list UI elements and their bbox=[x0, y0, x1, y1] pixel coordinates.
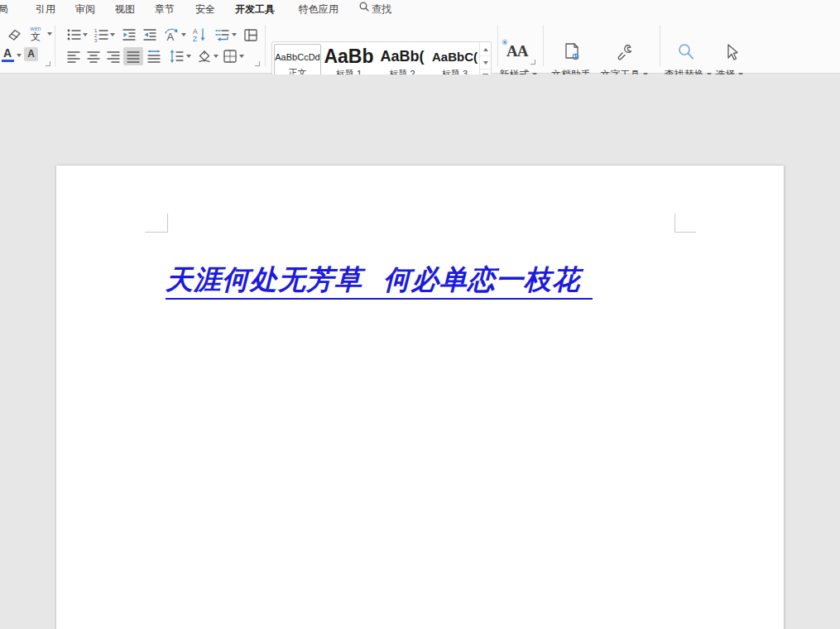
margin-mark-right-v bbox=[674, 214, 675, 232]
font-color-bar bbox=[2, 60, 14, 62]
bullet-list-icon[interactable] bbox=[65, 26, 82, 43]
distribute-icon[interactable] bbox=[146, 48, 162, 65]
gallery-scroll-down-icon[interactable] bbox=[480, 56, 491, 70]
group-separator bbox=[265, 25, 266, 66]
group-separator bbox=[543, 25, 544, 66]
resize-text-icon[interactable]: A bbox=[163, 26, 180, 43]
search-icon bbox=[358, 0, 370, 18]
align-center-icon[interactable] bbox=[85, 48, 102, 65]
menu-tab-layout[interactable]: 布局 bbox=[0, 0, 8, 18]
menu-tab-view[interactable]: 视图 bbox=[115, 0, 135, 18]
increase-indent-icon[interactable] bbox=[142, 26, 158, 43]
font-color-icon[interactable]: A bbox=[1, 47, 14, 59]
numbered-list-icon[interactable]: 123 bbox=[93, 26, 109, 43]
menu-find[interactable]: 查找 bbox=[358, 0, 391, 18]
text-tool-wrench-icon[interactable] bbox=[616, 42, 636, 67]
gallery-scroll-up-icon[interactable] bbox=[480, 43, 491, 56]
align-right-icon[interactable] bbox=[105, 48, 122, 65]
margin-mark-right-h bbox=[674, 232, 696, 233]
style-group-dialog-launcher[interactable] bbox=[530, 60, 535, 65]
new-style-icon[interactable]: AA ✳ bbox=[506, 42, 527, 60]
borders-icon[interactable] bbox=[222, 48, 238, 65]
svg-text:A: A bbox=[167, 31, 175, 43]
document-area: 天涯何处无芳草 何必单恋一枝花 bbox=[0, 74, 840, 629]
paragraph-marks-caret[interactable] bbox=[232, 33, 237, 36]
group-separator bbox=[497, 25, 498, 66]
columns-icon[interactable] bbox=[242, 26, 259, 43]
numbered-list-caret[interactable] bbox=[110, 33, 115, 36]
svg-text:3: 3 bbox=[94, 38, 98, 43]
menu-tab-section[interactable]: 章节 bbox=[155, 0, 175, 18]
shading-caret[interactable] bbox=[214, 55, 218, 58]
character-shading-icon[interactable]: A bbox=[24, 47, 38, 61]
resize-text-caret[interactable] bbox=[181, 33, 186, 36]
shading-bucket-icon[interactable] bbox=[196, 48, 213, 65]
group-separator bbox=[660, 25, 660, 66]
align-left-icon[interactable] bbox=[65, 48, 82, 65]
paragraph-marks-icon[interactable] bbox=[214, 26, 230, 43]
pinyin-guide-icon[interactable]: wén 文 bbox=[26, 26, 45, 41]
group-separator bbox=[55, 25, 55, 66]
margin-mark-left-h bbox=[145, 232, 168, 233]
line-spacing-icon[interactable] bbox=[168, 48, 185, 65]
document-page[interactable]: 天涯何处无芳草 何必单恋一枝花 bbox=[56, 166, 784, 629]
justify-icon[interactable] bbox=[123, 47, 143, 65]
sparkle-icon: ✳ bbox=[501, 37, 508, 48]
pinyin-dropdown-caret[interactable] bbox=[47, 32, 52, 36]
menu-find-label: 查找 bbox=[372, 0, 391, 18]
sort-icon[interactable]: AZ bbox=[191, 26, 208, 43]
clear-format-eraser-icon[interactable] bbox=[6, 26, 22, 43]
bullet-list-caret[interactable] bbox=[83, 33, 88, 36]
menu-tab-security[interactable]: 安全 bbox=[195, 0, 215, 18]
borders-caret[interactable] bbox=[239, 55, 244, 58]
margin-mark-left-v bbox=[167, 214, 168, 232]
font-color-dropdown-caret[interactable] bbox=[17, 54, 22, 57]
doc-assistant-icon[interactable] bbox=[562, 42, 582, 67]
menu-tab-special-apps[interactable]: 特色应用 bbox=[299, 0, 338, 18]
menu-bar: 布局 引用 审阅 视图 章节 安全 开发工具 特色应用 查找 bbox=[0, 0, 840, 18]
decrease-indent-icon[interactable] bbox=[121, 26, 137, 43]
svg-text:Z: Z bbox=[193, 35, 197, 43]
font-group-dialog-launcher[interactable] bbox=[46, 61, 50, 66]
menu-tab-references[interactable]: 引用 bbox=[36, 0, 55, 18]
find-replace-icon[interactable] bbox=[676, 42, 696, 67]
paragraph-group-dialog-launcher[interactable] bbox=[255, 61, 260, 66]
line-spacing-caret[interactable] bbox=[186, 55, 191, 58]
select-cursor-icon[interactable] bbox=[721, 42, 741, 67]
ribbon-toolbar: wén 文 A A 123 A AZ bbox=[0, 18, 840, 74]
menu-tab-developer[interactable]: 开发工具 bbox=[235, 0, 275, 18]
menu-tab-review[interactable]: 审阅 bbox=[75, 0, 95, 18]
document-heading-text[interactable]: 天涯何处无芳草 何必单恋一枝花 bbox=[166, 262, 593, 300]
